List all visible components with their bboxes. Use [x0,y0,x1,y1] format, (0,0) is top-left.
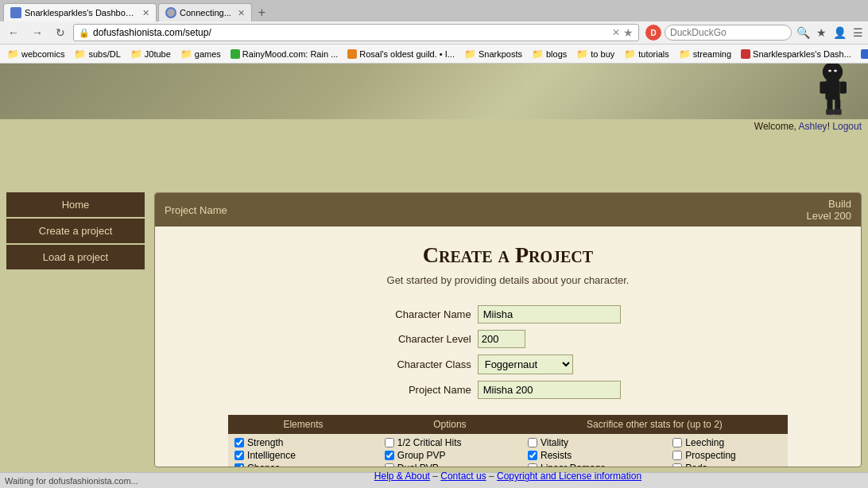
main-content: Project Name Build Level 200 Create a Pr… [151,189,868,488]
cb-vitality: Vitality [528,436,660,449]
copyright-link[interactable]: Copyright and License information [497,471,641,482]
user-account-button[interactable]: 👤 [831,25,848,41]
bookmark-games[interactable]: 📁 games [176,47,225,61]
welcome-user-link[interactable]: Ashley [799,121,827,132]
folder-icon: 📁 [180,48,192,60]
welcome-bar: Welcome, Ashley! Logout [0,119,868,134]
bookmark-subs-dl[interactable]: 📁 subs/DL [70,47,124,61]
char-level-input[interactable] [478,330,525,348]
forward-button[interactable]: → [27,24,48,41]
folder-icon: 📁 [464,48,476,60]
new-tab-button[interactable]: + [254,6,270,20]
halfcrit-checkbox[interactable] [385,438,394,447]
character-illustration [785,64,852,119]
svg-rect-2 [820,81,826,93]
bookmark-page-button[interactable]: ★ [815,25,828,41]
build-label: Build [807,198,851,210]
tab-close-connecting[interactable]: ✕ [238,8,245,18]
separator2: – [489,471,494,482]
bookmark-label: games [195,49,221,59]
tab-close-dashboard[interactable]: ✕ [142,8,149,18]
page-footer: Help & About – Contact us – Copyright an… [154,467,862,485]
cb-intelligence: Intelligence [234,449,372,462]
logout-link[interactable]: Logout [832,121,862,132]
folder-icon: 📁 [74,48,86,60]
bookmark-favicon [861,49,868,59]
create-project-subtitle: Get started by providing details about y… [387,274,630,286]
search-submit-button[interactable]: 🔍 [795,25,812,41]
address-input[interactable] [93,27,609,38]
tab-bar: Snarklesparkles's Dashboa... ✕ Connectin… [0,0,868,21]
project-name-input[interactable] [478,381,621,399]
svg-rect-6 [826,109,834,114]
bookmark-star-icon[interactable]: ★ [623,26,634,39]
duckduckgo-search-button[interactable]: D [645,25,661,41]
folder-icon: 📁 [130,48,142,60]
reload-button[interactable]: ↻ [51,24,70,41]
prospecting-checkbox[interactable] [672,451,682,460]
project-name-input-wrap [478,378,621,402]
menu-button[interactable]: ☰ [851,25,865,41]
bookmark-label: streaming [693,49,731,59]
bookmark-snarklesparkles[interactable]: Snarklesparkles's Dash... [737,48,855,60]
bookmark-streaming[interactable]: 📁 streaming [675,47,735,61]
search-input[interactable] [670,27,786,38]
char-class-select[interactable]: Cra Ecaflip Eniripsa Enutrof Feca Fogger… [478,354,573,374]
grouppvp-label: Group PVP [397,450,446,461]
clear-address-icon[interactable]: ✕ [612,27,620,38]
bookmark-worldclock[interactable]: The World Clock – Ti... [857,48,868,60]
bookmark-rainymood[interactable]: RainyMood.com: Rain ... [227,48,342,60]
sidebar-item-home[interactable]: Home [6,192,145,217]
cb-lineardmg: Linear Damage [528,462,660,467]
tab-label-connecting: Connecting... [180,8,231,17]
grouppvp-checkbox[interactable] [385,451,394,460]
help-about-link[interactable]: Help & About [374,471,430,482]
project-card: Project Name Build Level 200 Create a Pr… [154,192,862,467]
separator1: – [432,471,438,482]
sidebar-item-create[interactable]: Create a project [6,219,145,243]
bookmark-favicon [231,49,240,59]
bookmark-snarkposts[interactable]: 📁 Snarkposts [460,47,526,61]
cb-grouppvp: Group PVP [385,449,515,462]
project-name-label: Project Name [165,204,227,216]
svg-point-10 [828,70,831,72]
tab-favicon-dashboard [10,7,21,18]
strength-checkbox[interactable] [234,438,244,447]
project-name-label-form: Project Name [395,378,477,402]
project-card-header: Project Name Build Level 200 [155,193,861,227]
back-button[interactable]: ← [3,24,24,41]
bookmark-tobuy[interactable]: 📁 to buy [572,47,618,61]
bookmark-label: subs/DL [88,49,120,59]
col-elements: Elements [228,415,378,434]
create-project-title: Create a Project [423,242,593,268]
vitality-checkbox[interactable] [528,438,537,447]
intelligence-checkbox[interactable] [234,451,244,460]
prospecting-label: Prospecting [685,450,735,461]
resists-label: Resists [541,450,572,461]
bookmark-label: RainyMood.com: Rain ... [242,49,338,59]
sidebar-item-load[interactable]: Load a project [6,245,145,269]
char-class-select-wrap: Cra Ecaflip Eniripsa Enutrof Feca Fogger… [478,351,621,378]
level-label: Level 200 [807,210,851,222]
bookmark-webcomics[interactable]: 📁 webcomics [3,47,68,61]
address-bar-wrap: 🔒 ✕ ★ [73,24,639,41]
folder-icon: 📁 [532,48,544,60]
col-sacrifice: Sacrifice other stats for (up to 2) [521,415,788,434]
contact-us-link[interactable]: Contact us [440,471,486,482]
search-bar-wrap [665,25,792,41]
bookmark-label: Snarklesparkles's Dash... [753,49,851,59]
vitality-label: Vitality [541,437,568,448]
tab-connecting[interactable]: Connecting... ✕ [158,3,252,21]
resists-checkbox[interactable] [528,451,537,460]
char-level-input-wrap [478,327,621,351]
bookmark-blogs[interactable]: 📁 blogs [528,47,571,61]
bookmark-tutorials[interactable]: 📁 tutorials [620,47,673,61]
bookmark-rosal[interactable]: Rosal's oldest guild. • I... [343,48,459,60]
leeching-checkbox[interactable] [672,438,682,447]
tab-dashboard[interactable]: Snarklesparkles's Dashboa... ✕ [3,3,157,21]
folder-icon: 📁 [7,48,19,60]
svg-rect-1 [825,80,839,100]
char-name-input[interactable] [478,305,621,323]
svg-point-0 [823,64,843,82]
bookmark-j0tube[interactable]: 📁 J0tube [126,47,175,61]
